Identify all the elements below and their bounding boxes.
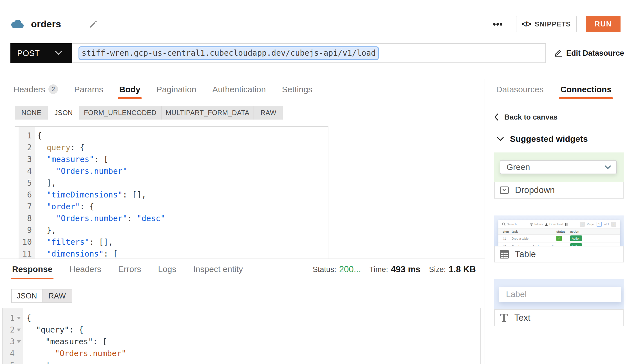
code-line: 6 "timeDimensions": [], [19, 189, 328, 201]
fold-triangle-icon[interactable] [17, 340, 21, 343]
edit-datasource-button[interactable]: Edit Datasource [553, 43, 624, 63]
tab-response[interactable]: Response [12, 263, 52, 279]
filters-button: Filters [530, 223, 543, 226]
headers-count-badge: 2 [48, 84, 58, 94]
search-icon: Search.. [502, 223, 518, 226]
tab-headers[interactable]: Headers 2 [13, 83, 58, 99]
fold-triangle-icon[interactable] [17, 317, 21, 320]
code-line: 5 ], [19, 177, 328, 189]
code-line: 5 ] [3, 359, 480, 364]
line-number: 3 [19, 154, 35, 165]
line-number: 10 [19, 236, 35, 248]
body-type-json[interactable]: JSON [48, 106, 79, 120]
method-dropdown[interactable]: POST [10, 43, 72, 63]
body-code-editor[interactable]: 1{2 query: {3 "measures": [4 "Orders.num… [15, 126, 328, 259]
code-line: 4 "Orders.number" [3, 348, 480, 359]
tab-inspect-entity[interactable]: Inspect entity [193, 263, 243, 279]
line-number: 7 [19, 201, 35, 213]
checkbox-checked-icon: ✓ [556, 236, 562, 241]
response-meta: Status: 200... Time: 493 ms Size: 1.8 KB [313, 263, 476, 276]
suggested-widgets-section[interactable]: Suggested widgets [496, 133, 588, 145]
page-input: 1 [597, 222, 602, 227]
tab-authentication[interactable]: Authentication [212, 83, 266, 99]
chevron-down-icon [55, 50, 62, 55]
preview-table: Search.. Filters Download ‹ Page 1 [498, 220, 620, 246]
line-number: 1 [3, 308, 23, 324]
code-icon: </> [522, 20, 531, 28]
line-number: 2 [19, 142, 35, 154]
tab-response-headers[interactable]: Headers [69, 263, 101, 279]
url-input[interactable]: stiff-wren.gcp-us-central1.cubecloudapp.… [72, 43, 546, 63]
line-number: 11 [19, 248, 35, 259]
fold-triangle-icon[interactable] [17, 329, 21, 331]
tab-logs[interactable]: Logs [158, 263, 176, 279]
preview-table-row: #1 Drop a table ✓ Action [498, 235, 620, 242]
url-value: stiff-wren.gcp-us-central1.cubecloudapp.… [79, 46, 379, 60]
cloud-icon [11, 19, 24, 28]
line-number: 8 [19, 213, 35, 224]
chevron-down-icon [496, 136, 504, 142]
preview-table-row: #2 Create a query fetch_users with the M… [498, 242, 620, 246]
response-divider [0, 259, 485, 259]
code-line: 11 "dimensions": [ [19, 248, 328, 259]
text-icon: T [500, 312, 508, 323]
tab-pagination[interactable]: Pagination [156, 83, 196, 99]
columns-icon [565, 223, 568, 226]
body-type-form-urlencoded[interactable]: FORM_URLENCODED [79, 106, 161, 120]
tab-body[interactable]: Body [119, 83, 140, 99]
code-line: 2 query: { [19, 142, 328, 154]
format-raw[interactable]: RAW [42, 289, 72, 302]
size-value: 1.8 KB [449, 264, 476, 275]
dropdown-widget-item[interactable]: Dropdown [494, 182, 624, 199]
table-widget-preview[interactable]: Search.. Filters Download ‹ Page 1 [494, 215, 624, 246]
back-to-canvas-button[interactable]: Back to canvas [494, 112, 557, 122]
tab-datasources[interactable]: Datasources [496, 83, 543, 99]
more-menu-button[interactable] [493, 23, 502, 26]
fold-placeholder [17, 352, 21, 355]
response-code-viewer[interactable]: 1{2 "query": {3 "measures": [4 "Orders.n… [2, 308, 481, 364]
text-widget-item[interactable]: T Text [494, 309, 624, 326]
tab-connections[interactable]: Connections [560, 83, 612, 99]
body-type-multipart[interactable]: MULTIPART_FORM_DATA [161, 106, 254, 120]
tab-settings[interactable]: Settings [282, 83, 312, 99]
chevron-down-icon [604, 165, 611, 170]
line-number: 6 [19, 189, 35, 201]
prev-page-button: ‹ [580, 222, 585, 227]
table-widget-item[interactable]: Table [494, 246, 624, 262]
line-number: 1 [19, 127, 35, 142]
next-page-button: › [611, 222, 616, 227]
status-value: 200... [339, 264, 361, 275]
right-panel-tabs: Datasources Connections [496, 83, 612, 99]
tab-params[interactable]: Params [74, 83, 103, 99]
dropdown-icon [500, 187, 509, 194]
code-line: 1{ [19, 130, 328, 142]
snippets-button[interactable]: </> SNIPPETS [516, 16, 577, 32]
query-title: orders [31, 19, 61, 30]
format-json[interactable]: JSON [12, 289, 42, 302]
table-icon [500, 250, 509, 259]
download-button: Download [545, 223, 563, 226]
response-format-toggle: JSON RAW [11, 289, 72, 303]
body-type-raw[interactable]: RAW [254, 106, 283, 120]
line-number: 5 [3, 359, 23, 364]
code-line: 9 }, [19, 224, 328, 236]
chevron-left-icon [494, 113, 499, 121]
rename-pencil-icon[interactable] [89, 20, 98, 29]
panel-divider [485, 79, 485, 364]
preview-table-header: step task status action [498, 228, 620, 235]
preview-text-input: Label [499, 287, 621, 302]
status-label: Status: [313, 265, 336, 274]
time-value: 493 ms [391, 264, 420, 275]
api-editor-page: orders </> SNIPPETS RUN POST stiff-wren.… [0, 0, 627, 364]
run-button[interactable]: RUN [586, 16, 621, 32]
body-type-none[interactable]: NONE [15, 106, 48, 120]
body-type-tabs: NONE JSON FORM_URLENCODED MULTIPART_FORM… [15, 106, 283, 120]
code-line: 2 "query": { [3, 324, 480, 336]
line-number: 2 [3, 324, 23, 336]
edit-pencil-icon [553, 48, 563, 58]
text-widget-preview[interactable]: Label [494, 279, 624, 309]
dropdown-widget-preview[interactable]: Green [494, 152, 624, 182]
time-label: Time: [370, 265, 388, 274]
code-line: 10 "filters": [], [19, 236, 328, 248]
tab-errors[interactable]: Errors [118, 263, 141, 279]
